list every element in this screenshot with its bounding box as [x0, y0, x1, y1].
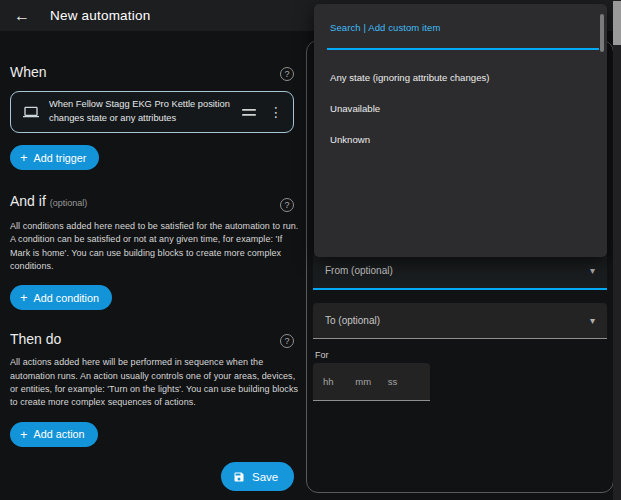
dropdown-option-any-state[interactable]: Any state (ignoring attribute changes) — [314, 62, 599, 93]
page-scrollbar-track[interactable] — [613, 0, 621, 500]
dropdown-option-unknown[interactable]: Unknown — [314, 124, 599, 155]
automation-editor-column: When ? When Fellow Stagg EKG Pro Kettle … — [0, 31, 302, 447]
from-field-label: From (optional) — [325, 265, 393, 276]
dropdown-scrollbar[interactable] — [600, 14, 604, 52]
search-underline — [327, 48, 599, 50]
trigger-description: When Fellow Stagg EKG Pro Kettle positio… — [49, 98, 232, 126]
from-state-field[interactable]: From (optional) ▾ — [313, 253, 607, 290]
and-if-heading: And if (optional) — [10, 192, 87, 212]
then-do-help-icon[interactable]: ? — [280, 334, 294, 348]
back-arrow-icon[interactable]: ← — [14, 8, 30, 24]
plus-icon: + — [20, 151, 28, 164]
device-icon — [23, 104, 39, 120]
save-button[interactable]: Save — [221, 462, 294, 491]
actions-description: All actions added here will be performed… — [10, 356, 302, 409]
trigger-row-actions: ⋮ — [242, 104, 283, 120]
dropdown-search-input[interactable]: Search | Add custom item — [330, 22, 440, 33]
drag-handle-icon[interactable] — [242, 108, 256, 117]
when-help-icon[interactable]: ? — [280, 67, 294, 81]
and-if-section-header: And if (optional) ? — [10, 192, 294, 212]
then-do-heading: Then do — [10, 330, 61, 348]
save-icon — [233, 471, 245, 483]
trigger-row[interactable]: When Fellow Stagg EKG Pro Kettle positio… — [10, 91, 294, 133]
conditions-description: All conditions added here need to be sat… — [10, 220, 302, 273]
dropdown-option-unavailable[interactable]: Unavailable — [314, 93, 599, 124]
minutes-placeholder[interactable]: mm — [355, 376, 387, 387]
add-trigger-button[interactable]: + Add trigger — [10, 145, 99, 170]
page-scrollbar-thumb[interactable] — [613, 1, 621, 45]
new-automation-screen: ← New automation When ? When Fellow Stag… — [0, 0, 621, 500]
hours-placeholder[interactable]: hh — [323, 376, 355, 387]
chevron-down-icon: ▾ — [590, 265, 595, 276]
add-condition-button[interactable]: + Add condition — [10, 285, 112, 310]
seconds-placeholder[interactable]: ss — [388, 376, 420, 387]
when-section-header: When ? — [10, 63, 294, 81]
to-state-field[interactable]: To (optional) ▾ — [313, 303, 607, 339]
to-field-label: To (optional) — [325, 315, 380, 326]
state-dropdown-popup: Search | Add custom item Any state (igno… — [314, 4, 607, 257]
more-vert-icon[interactable]: ⋮ — [269, 104, 283, 120]
and-if-help-icon[interactable]: ? — [280, 198, 294, 212]
for-duration-input[interactable]: hh mm ss — [313, 363, 430, 401]
plus-icon: + — [20, 428, 28, 441]
chevron-down-icon: ▾ — [590, 315, 595, 326]
plus-icon: + — [20, 291, 28, 304]
then-do-section-header: Then do ? — [10, 330, 294, 348]
page-title: New automation — [50, 8, 150, 23]
when-heading: When — [10, 63, 47, 81]
for-field-label: For — [315, 350, 329, 360]
optional-label: (optional) — [50, 194, 88, 212]
add-action-button[interactable]: + Add action — [10, 422, 98, 447]
